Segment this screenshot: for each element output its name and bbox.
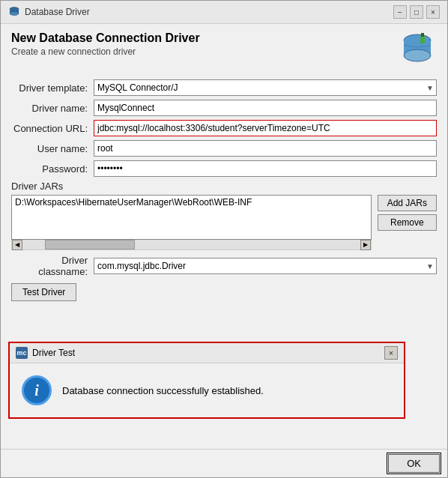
svg-rect-6 [420, 36, 425, 43]
popup-title-icon: mc [16, 347, 28, 359]
form-section: Driver template: MySQL Connector/J ▼ Dri… [11, 79, 437, 304]
scrollbar-track [22, 240, 360, 249]
driver-name-label: Driver name: [11, 103, 94, 114]
popup-body: i Database connection successfully estab… [10, 363, 404, 417]
connection-url-label: Connection URL: [11, 123, 94, 134]
user-name-label: User name: [11, 143, 94, 154]
svg-rect-8 [423, 33, 424, 37]
title-bar-text: Database Driver [25, 7, 90, 17]
title-bar: Database Driver − □ × [1, 1, 447, 24]
driver-name-input[interactable] [94, 100, 437, 116]
driver-name-row: Driver name: [11, 100, 437, 116]
driver-classname-select-wrapper: com.mysql.jdbc.Driver ▼ [94, 258, 437, 274]
popup-message: Database connection successfully establi… [62, 385, 264, 396]
connection-url-row: Connection URL: [11, 120, 437, 136]
driver-test-popup: mc Driver Test × i Database connection s… [8, 342, 405, 419]
driver-classname-row: Driver classname: com.mysql.jdbc.Driver … [11, 255, 437, 277]
database-icon [398, 31, 437, 70]
page-header: New Database Connection Driver Create a … [11, 31, 437, 70]
add-jars-button[interactable]: Add JARs [378, 195, 437, 211]
jars-list-area: D:\Workspaces\HibernateUserManager\WebRo… [11, 195, 372, 250]
jars-list: D:\Workspaces\HibernateUserManager\WebRo… [11, 195, 372, 240]
page-title: New Database Connection Driver [11, 31, 200, 45]
connection-url-input[interactable] [94, 120, 437, 136]
popup-overlay: mc Driver Test × i Database connection s… [1, 342, 447, 419]
password-row: Password: [11, 160, 437, 177]
driver-jars-label: Driver JARs [11, 181, 437, 192]
scroll-right-button[interactable]: ▶ [360, 240, 371, 250]
jars-scrollbar[interactable]: ◀ ▶ [11, 240, 372, 250]
title-bar-controls: − □ × [393, 5, 440, 19]
header-text-block: New Database Connection Driver Create a … [11, 31, 200, 57]
svg-point-2 [10, 12, 19, 16]
svg-rect-7 [421, 33, 423, 37]
bottom-footer: OK [1, 449, 447, 477]
info-icon-letter: i [34, 383, 39, 398]
jars-section: D:\Workspaces\HibernateUserManager\WebRo… [11, 195, 437, 250]
maximize-button[interactable]: □ [410, 5, 423, 19]
info-icon: i [22, 375, 52, 405]
driver-classname-label: Driver classname: [11, 255, 94, 277]
scroll-left-button[interactable]: ◀ [12, 240, 22, 250]
close-button[interactable]: × [426, 5, 440, 19]
driver-template-select[interactable]: MySQL Connector/J [94, 79, 437, 96]
popup-title-text: Driver Test [32, 348, 75, 358]
password-input[interactable] [94, 160, 437, 177]
popup-title-bar: mc Driver Test × [10, 343, 404, 363]
password-label: Password: [11, 163, 94, 175]
main-window: Database Driver − □ × New Database Conne… [0, 0, 448, 478]
scrollbar-thumb[interactable] [45, 240, 135, 249]
user-name-row: User name: [11, 140, 437, 157]
content-area: New Database Connection Driver Create a … [1, 24, 447, 449]
driver-classname-select[interactable]: com.mysql.jdbc.Driver [94, 258, 437, 274]
driver-template-label: Driver template: [11, 82, 94, 94]
remove-button[interactable]: Remove [378, 214, 437, 231]
jars-buttons: Add JARs Remove [378, 195, 437, 250]
ok-button[interactable]: OK [388, 454, 440, 473]
page-subtitle: Create a new connection driver [11, 46, 200, 57]
db-title-icon [8, 6, 20, 18]
popup-close-button[interactable]: × [384, 346, 398, 360]
user-name-input[interactable] [94, 140, 437, 157]
driver-template-row: Driver template: MySQL Connector/J ▼ [11, 79, 437, 96]
svg-point-5 [404, 49, 431, 61]
title-bar-left: Database Driver [8, 6, 90, 18]
driver-template-select-wrapper: MySQL Connector/J ▼ [94, 79, 437, 96]
test-driver-button[interactable]: Test Driver [11, 283, 76, 301]
minimize-button[interactable]: − [393, 5, 407, 19]
popup-title-left: mc Driver Test [16, 347, 75, 359]
jar-item: D:\Workspaces\HibernateUserManager\WebRo… [12, 196, 371, 209]
